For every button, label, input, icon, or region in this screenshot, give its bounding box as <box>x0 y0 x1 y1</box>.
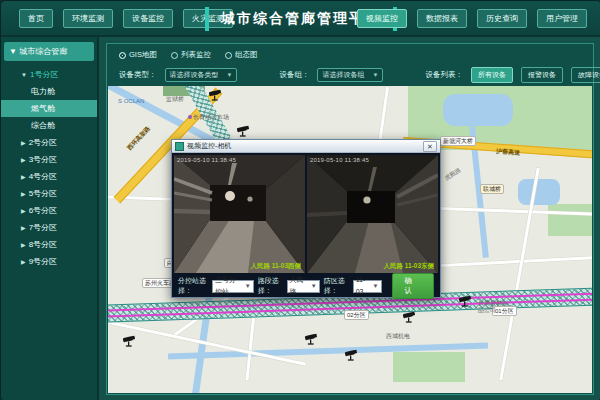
video-monitor-dialog: 视频监控-相机 ✕ <box>171 139 441 298</box>
radio-gis-map[interactable]: GIS地图 <box>119 50 157 60</box>
all-devices-button[interactable]: 所有设备 <box>471 67 513 83</box>
chevron-right-icon: ▶ <box>21 208 26 214</box>
cctv-camera-icon[interactable] <box>208 88 223 101</box>
map-ocean-label: S OCLAN <box>118 98 144 104</box>
chevron-right-icon: ▶ <box>21 225 26 231</box>
tree-item-zone4[interactable]: ▶4号分区 <box>1 168 97 185</box>
nav-left: 首页 环境监测 设备监控 火灾监测 <box>19 9 233 28</box>
cctv-camera-icon[interactable] <box>236 124 251 137</box>
map-lake <box>443 94 513 126</box>
top-header: 首页 环境监测 设备监控 火灾监测 城市综合管廊管理平台 视频监控 数据报表 历… <box>1 1 600 37</box>
cctv-camera-icon[interactable] <box>344 348 359 361</box>
device-type-select[interactable]: 请选择设备类型▼ <box>165 68 238 82</box>
dialog-titlebar[interactable]: 视频监控-相机 ✕ <box>172 140 440 153</box>
tree-item-zone8[interactable]: ▶8号分区 <box>1 236 97 253</box>
fault-devices-button[interactable]: 故障设备 <box>571 67 600 83</box>
nav-reports-button[interactable]: 数据报表 <box>417 9 467 28</box>
nav-home-button[interactable]: 首页 <box>19 9 53 28</box>
alarm-devices-button[interactable]: 报警设备 <box>521 67 563 83</box>
station-select-label: 分控站选择： <box>178 276 208 296</box>
road-select[interactable]: 人民路▼ <box>287 280 320 293</box>
nav-history-button[interactable]: 历史查询 <box>477 9 527 28</box>
radio-dot-icon <box>171 52 178 59</box>
nav-equipment-button[interactable]: 设备监控 <box>123 9 173 28</box>
zone-select-label: 防区选择： <box>324 276 349 296</box>
map-bridge-label: 监狱桥 <box>166 95 184 104</box>
chevron-right-icon: ▶ <box>21 259 26 265</box>
chevron-right-icon: ▶ <box>21 157 26 163</box>
confirm-button[interactable]: 确 认 <box>392 273 434 299</box>
chevron-down-icon: ▼ <box>311 280 317 292</box>
map-market-label: 长青结合市场 <box>188 113 229 122</box>
map-bridge-label: 联城桥 <box>480 184 504 194</box>
chevron-down-icon: ▼ <box>245 280 251 292</box>
nav-users-button[interactable]: 用户管理 <box>537 9 587 28</box>
map-park <box>548 204 592 236</box>
chevron-down-icon: ▼ <box>21 72 27 78</box>
map-road-label: 西环高架路 <box>125 124 152 152</box>
cctv-camera-icon[interactable] <box>304 332 319 345</box>
nav-video-button[interactable]: 视频监控 <box>357 9 407 28</box>
cctv-camera-icon[interactable] <box>402 310 417 323</box>
tree-item-zone6[interactable]: ▶6号分区 <box>1 202 97 219</box>
video-timestamp: 2019-05-10 11:38:45 <box>177 157 236 163</box>
map-road-label: 虎殿路 <box>443 166 463 183</box>
map-bridge-label: 新塘河大桥 <box>440 136 476 146</box>
tree-item-gas-cabin[interactable]: 燃气舱 <box>1 100 97 117</box>
close-icon[interactable]: ✕ <box>423 141 437 152</box>
app-window: 首页 环境监测 设备监控 火灾监测 城市综合管廊管理平台 视频监控 数据报表 历… <box>0 0 600 400</box>
station-select[interactable]: 三号分控站▼ <box>212 280 254 293</box>
video-location-label: 人民路 11-03西侧 <box>250 262 301 271</box>
tree-item-zone3[interactable]: ▶3号分区 <box>1 151 97 168</box>
zone-select[interactable]: 11-03▼ <box>353 280 382 293</box>
video-feed-east[interactable]: 2019-05-10 11:38:45 人民路 11-03东侧 <box>307 155 438 273</box>
tree-item-utility-cabin[interactable]: 综合舱 <box>1 117 97 134</box>
tree-item-zone2[interactable]: ▶2号分区 <box>1 134 97 151</box>
device-type-label: 设备类型： <box>119 70 157 80</box>
device-list-label: 设备列表： <box>425 70 463 80</box>
tree-item-power-cabin[interactable]: 电力舱 <box>1 83 97 100</box>
road-select-label: 路段选择： <box>258 276 283 296</box>
tree-item-zone7[interactable]: ▶7号分区 <box>1 219 97 236</box>
view-mode-radios: GIS地图 列表监控 组态图 <box>119 50 257 60</box>
radio-scada-view[interactable]: 组态图 <box>225 50 258 60</box>
device-filter-row: 设备类型： 请选择设备类型▼ 设备组： 请选择设备组▼ 设备列表： 所有设备 报… <box>119 67 585 83</box>
cctv-camera-icon[interactable] <box>458 294 473 307</box>
video-grid: 2019-05-10 11:38:45 人民路 11-03西侧 <box>174 155 438 273</box>
camera-icon <box>175 142 184 151</box>
video-location-label: 人民路 11-03东侧 <box>383 262 434 271</box>
chevron-down-icon: ▼ <box>227 72 233 78</box>
radio-dot-icon <box>119 52 126 59</box>
map-poi-label: 西城机电 <box>386 332 410 341</box>
nav-environment-button[interactable]: 环境监测 <box>63 9 113 28</box>
zone-02-label: 02分区 <box>344 310 369 320</box>
chevron-right-icon: ▶ <box>21 191 26 197</box>
sidebar-tree: ▼ 城市综合管廊 ▼1号分区 电力舱 燃气舱 综合舱 ▶2号分区 ▶3号分区 ▶… <box>1 37 99 400</box>
tree-item-zone5[interactable]: ▶5号分区 <box>1 185 97 202</box>
device-group-select[interactable]: 请选择设备组▼ <box>317 68 383 82</box>
map-road-label: 沪蓉高速 <box>496 147 521 158</box>
radio-dot-icon <box>225 52 232 59</box>
chevron-down-icon: ▼ <box>373 280 379 292</box>
chevron-right-icon: ▶ <box>21 242 26 248</box>
chevron-down-icon: ▼ <box>372 72 378 78</box>
map-pond <box>518 179 560 205</box>
radio-list-monitor[interactable]: 列表监控 <box>171 50 211 60</box>
tree-item-zone9[interactable]: ▶9号分区 <box>1 253 97 270</box>
chevron-right-icon: ▶ <box>21 140 26 146</box>
video-timestamp: 2019-05-10 11:38:45 <box>310 157 369 163</box>
tree-root-gallery[interactable]: ▼ 城市综合管廊 <box>4 42 94 61</box>
dialog-title: 视频监控-相机 <box>187 141 423 151</box>
nav-right: 视频监控 数据报表 历史查询 用户管理 <box>357 9 587 28</box>
video-feed-west[interactable]: 2019-05-10 11:38:45 人民路 11-03西侧 <box>174 155 305 273</box>
tree-item-zone1[interactable]: ▼1号分区 <box>1 66 97 83</box>
poi-dot-icon <box>188 115 192 119</box>
device-group-label: 设备组： <box>279 70 309 80</box>
map-park <box>393 352 465 382</box>
dialog-controls: 分控站选择： 三号分控站▼ 路段选择： 人民路▼ 防区选择： 11-03▼ 确 … <box>172 275 440 297</box>
cctv-camera-icon[interactable] <box>122 334 137 347</box>
map-poi-label: 长鹰股材制品公司 <box>478 300 512 314</box>
chevron-right-icon: ▶ <box>21 174 26 180</box>
